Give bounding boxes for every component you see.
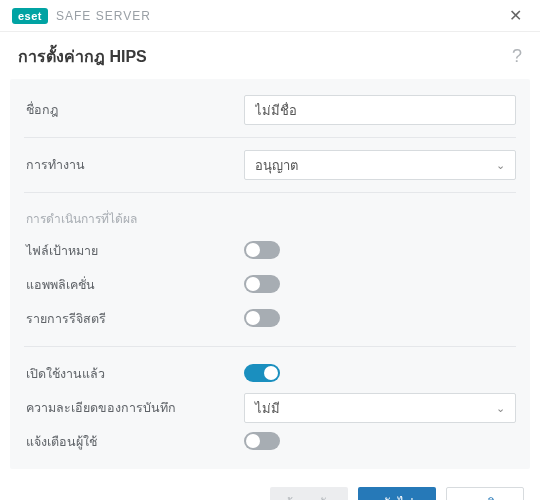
row-log-detail: ความละเอียดของการบันทึก ไม่มี ⌄	[24, 391, 516, 425]
affected-section-title: การดำเนินการที่ได้ผล	[24, 203, 516, 234]
row-rule-name: ชื่อกฎ	[24, 93, 516, 127]
target-files-toggle[interactable]	[244, 241, 280, 259]
rule-name-label: ชื่อกฎ	[24, 100, 244, 120]
applications-label: แอพพลิเคชั่น	[24, 275, 244, 295]
registry-toggle[interactable]	[244, 309, 280, 327]
help-icon[interactable]: ?	[512, 46, 522, 67]
log-detail-label: ความละเอียดของการบันทึก	[24, 398, 244, 418]
product-name: SAFE SERVER	[56, 9, 151, 23]
settings-panel: ชื่อกฎ การทำงาน อนุญาต ⌄ การดำเนินการที่…	[10, 79, 530, 469]
cancel-button[interactable]: ยกเลิก	[446, 487, 524, 500]
page-header: การตั้งค่ากฎ HIPS ?	[0, 32, 540, 79]
action-select[interactable]: อนุญาต ⌄	[244, 150, 516, 180]
divider	[24, 137, 516, 138]
logo-badge: eset	[12, 8, 48, 24]
row-applications: แอพพลิเคชั่น	[24, 268, 516, 302]
chevron-down-icon: ⌄	[496, 402, 505, 415]
enabled-toggle[interactable]	[244, 364, 280, 382]
row-registry: รายการรีจิสตรี	[24, 302, 516, 336]
registry-label: รายการรีจิสตรี	[24, 309, 244, 329]
back-button: ย้อนกลับ	[270, 487, 348, 500]
titlebar: eset SAFE SERVER ✕	[0, 0, 540, 32]
enabled-label: เปิดใช้งานแล้ว	[24, 364, 244, 384]
notify-label: แจ้งเตือนผู้ใช้	[24, 432, 244, 452]
log-detail-select[interactable]: ไม่มี ⌄	[244, 393, 516, 423]
rule-name-input[interactable]	[244, 95, 516, 125]
chevron-down-icon: ⌄	[496, 159, 505, 172]
divider	[24, 192, 516, 193]
footer: ย้อนกลับ ถัดไป ยกเลิก	[0, 469, 540, 500]
action-label: การทำงาน	[24, 155, 244, 175]
target-files-label: ไฟล์เป้าหมาย	[24, 241, 244, 261]
row-action: การทำงาน อนุญาต ⌄	[24, 148, 516, 182]
page-title: การตั้งค่ากฎ HIPS	[18, 44, 147, 69]
close-icon[interactable]: ✕	[503, 4, 528, 27]
log-detail-select-value: ไม่มี	[255, 398, 280, 419]
action-select-value: อนุญาต	[255, 155, 298, 176]
row-notify: แจ้งเตือนผู้ใช้	[24, 425, 516, 459]
row-target-files: ไฟล์เป้าหมาย	[24, 234, 516, 268]
row-enabled: เปิดใช้งานแล้ว	[24, 357, 516, 391]
applications-toggle[interactable]	[244, 275, 280, 293]
next-button[interactable]: ถัดไป	[358, 487, 436, 500]
notify-toggle[interactable]	[244, 432, 280, 450]
divider	[24, 346, 516, 347]
